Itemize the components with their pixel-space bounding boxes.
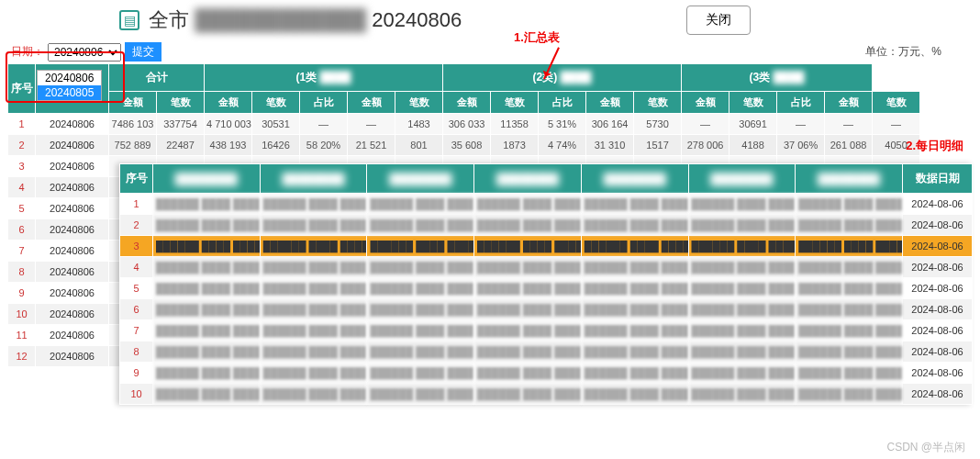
date-option-item[interactable]: 20240806 — [38, 71, 101, 85]
data-cell: ██████ ████ ██████ — [581, 257, 688, 278]
data-cell: ██████ ████ ██████ — [153, 215, 261, 236]
summary-header-col: 金额 — [825, 92, 873, 114]
data-cell: ██████ ████ ██████ — [688, 236, 796, 257]
data-cell: ██████ ████ ██████ — [796, 363, 903, 384]
row-seq: 1 — [120, 194, 153, 215]
row-data-date: 2024-08-06 — [903, 384, 973, 405]
detail-header: ████████ — [153, 164, 261, 194]
detail-panel: 序号██████████████████████████████████████… — [119, 163, 973, 405]
table-row[interactable]: 10██████ ████ ████████████ ████ ████████… — [120, 384, 973, 405]
summary-header-col: 金额 — [109, 92, 157, 114]
date-option-item[interactable]: 20240805 — [38, 85, 101, 100]
data-cell: ██████ ████ ██████ — [260, 320, 367, 341]
data-cell: ██████ ████ ██████ — [474, 363, 582, 384]
row-data-date: 2024-08-06 — [903, 215, 973, 236]
data-cell: ██████ ████ ██████ — [260, 341, 367, 363]
table-row[interactable]: 3██████ ████ ████████████ ████ █████████… — [120, 236, 973, 257]
table-row[interactable]: 1██████ ████ ████████████ ████ █████████… — [120, 194, 973, 215]
row-date: 20240806 — [36, 325, 109, 346]
data-cell: ██████ ████ ██████ — [581, 384, 688, 405]
summary-header-col: 金额 — [682, 92, 729, 114]
detail-table: 序号██████████████████████████████████████… — [119, 163, 973, 405]
row-seq: 5 — [120, 278, 153, 299]
table-row[interactable]: 8██████ ████ ████████████ ████ █████████… — [120, 341, 973, 363]
annotation-detail: 2.每日明细 — [906, 138, 963, 154]
data-cell: ██████ ████ ██████ — [581, 363, 688, 384]
summary-header-col: 笔数 — [395, 92, 443, 114]
data-cell: ██████ ████ ██████ — [260, 215, 367, 236]
row-date: 20240806 — [36, 346, 109, 367]
date-dropdown-list[interactable]: 20240806 20240805 — [37, 70, 102, 101]
data-cell: ██████ ████ ██████ — [796, 215, 903, 236]
row-data-date: 2024-08-06 — [903, 341, 973, 363]
data-cell: ██████ ████ ██████ — [367, 363, 474, 384]
data-cell: ██████ ████ ██████ — [367, 320, 474, 341]
data-cell: — — [825, 114, 873, 135]
data-cell: ██████ ████ ██████ — [688, 384, 796, 405]
data-cell: ██████ ████ ██████ — [260, 363, 367, 384]
row-date: 20240806 — [36, 241, 109, 262]
summary-thead: 序号日期合计(1类 ████(2类) ████(3类 ████ 金额笔数金额笔数… — [8, 64, 920, 114]
data-cell: ██████ ████ ██████ — [260, 278, 367, 299]
row-seq: 11 — [8, 325, 36, 346]
data-cell: ██████ ████ ██████ — [260, 236, 367, 257]
data-cell: ██████ ████ ██████ — [367, 341, 474, 363]
close-button[interactable]: 关闭 — [686, 6, 751, 35]
data-cell: ██████ ████ ██████ — [474, 341, 582, 363]
data-cell: ██████ ████ ██████ — [796, 278, 903, 299]
table-row[interactable]: 7██████ ████ ████████████ ████ █████████… — [120, 320, 973, 341]
table-row[interactable]: 220240806752 88922487438 1931642658 20%2… — [8, 135, 920, 156]
summary-header-col: 笔数 — [634, 92, 682, 114]
data-cell: 31 310 — [586, 135, 634, 156]
summary-header-col: 笔数 — [873, 92, 920, 114]
row-data-date: 2024-08-06 — [903, 320, 973, 341]
data-cell: ██████ ████ ██████ — [367, 236, 474, 257]
row-date: 20240806 — [36, 177, 109, 198]
date-select[interactable]: 20240806 — [48, 43, 121, 62]
data-cell: ██████ ████ ██████ — [474, 278, 582, 299]
row-seq: 4 — [8, 177, 36, 198]
data-cell: ██████ ████ ██████ — [581, 320, 688, 341]
data-cell: ██████ ████ ██████ — [688, 363, 796, 384]
data-cell: 37 06% — [777, 135, 825, 156]
data-cell: ██████ ████ ██████ — [153, 320, 261, 341]
data-cell: 337754 — [157, 114, 205, 135]
summary-header-group: (3类 ████ — [682, 64, 873, 92]
row-data-date: 2024-08-06 — [903, 236, 973, 257]
summary-header-group: (2类) ████ — [443, 64, 682, 92]
data-cell: ██████ ████ ██████ — [260, 299, 367, 320]
data-cell: ██████ ████ ██████ — [367, 278, 474, 299]
table-row[interactable]: 6██████ ████ ████████████ ████ █████████… — [120, 299, 973, 320]
data-cell: ██████ ████ ██████ — [581, 341, 688, 363]
data-cell: ██████ ████ ██████ — [688, 278, 796, 299]
watermark: CSDN @半点闲 — [886, 440, 965, 455]
data-cell: 4 74% — [539, 135, 586, 156]
summary-header-group: (1类 ████ — [205, 64, 443, 92]
data-cell: ██████ ████ ██████ — [688, 257, 796, 278]
row-seq: 2 — [8, 135, 36, 156]
table-row[interactable]: 9██████ ████ ████████████ ████ █████████… — [120, 363, 973, 384]
table-row[interactable]: 5██████ ████ ████████████ ████ █████████… — [120, 278, 973, 299]
summary-header-group: 合计 — [109, 64, 205, 92]
data-cell: 306 033 — [443, 114, 491, 135]
submit-button[interactable]: 提交 — [125, 42, 161, 62]
table-row[interactable]: 2██████ ████ ████████████ ████ █████████… — [120, 215, 973, 236]
row-date: 20240806 — [36, 198, 109, 219]
data-cell: — — [873, 114, 920, 135]
row-date: 20240806 — [36, 219, 109, 241]
data-cell: ██████ ████ ██████ — [474, 194, 582, 215]
row-seq: 4 — [120, 257, 153, 278]
table-row[interactable]: 1202408067486 1033377544 710 00330531——1… — [8, 114, 920, 135]
summary-header-col: 占比 — [300, 92, 348, 114]
data-cell: ██████ ████ ██████ — [153, 278, 261, 299]
data-cell: ██████ ████ ██████ — [688, 320, 796, 341]
table-row[interactable]: 4██████ ████ ████████████ ████ █████████… — [120, 257, 973, 278]
summary-header-col: 笔数 — [252, 92, 300, 114]
summary-header-col: 笔数 — [729, 92, 777, 114]
data-cell: 11358 — [491, 114, 539, 135]
row-date: 20240806 — [36, 156, 109, 177]
data-cell: ██████ ████ ██████ — [153, 299, 261, 320]
data-cell: ██████ ████ ██████ — [153, 236, 261, 257]
data-cell: ██████ ████ ██████ — [153, 363, 261, 384]
annotation-summary: 1.汇总表 — [514, 29, 560, 46]
